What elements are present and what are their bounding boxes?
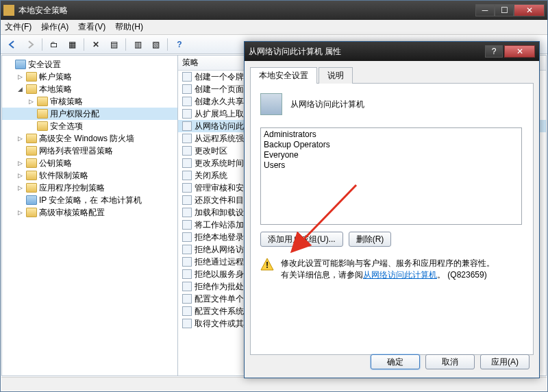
tree-toggle-icon[interactable]: ▷ [16, 135, 24, 142]
folder-icon [26, 84, 37, 94]
tree-toggle-icon[interactable]: ▷ [27, 98, 35, 105]
dialog-close-button[interactable]: ✕ [504, 45, 535, 58]
policy-item-icon [182, 245, 192, 254]
policy-item-icon [182, 72, 192, 82]
menu-file[interactable]: 文件(F) [5, 21, 32, 33]
policy-item-icon [182, 319, 192, 328]
list-item-label: 拒绝本地登录 [195, 232, 244, 243]
tree-item[interactable]: ▷审核策略 [2, 95, 177, 108]
maximize-button[interactable]: ☐ [495, 4, 514, 16]
window-title: 本地安全策略 [18, 5, 475, 16]
export-button[interactable]: ▧ [148, 37, 163, 52]
tree-item[interactable]: ▷公钥策略 [2, 157, 177, 169]
tree-toggle-icon[interactable]: ▷ [16, 73, 24, 80]
list-item-label: 还原文件和目 [195, 195, 244, 206]
tab-explain[interactable]: 说明 [319, 67, 353, 84]
app-icon [3, 5, 14, 16]
tab-local-security[interactable]: 本地安全设置 [250, 67, 317, 84]
user-list-item[interactable]: Administrators [264, 130, 519, 140]
tree-item[interactable]: ▷高级审核策略配置 [2, 206, 177, 219]
up-button[interactable]: 🗀 [47, 37, 62, 52]
warning-text: 修改此设置可能影响与客户端、服务和应用程序的兼容性。 有关详细信息，请参阅从网络… [281, 258, 523, 281]
policy-item-icon [182, 121, 192, 131]
list-item-label: 从扩展坞上取 [195, 108, 244, 120]
properties-button[interactable]: ▤ [106, 37, 121, 52]
folder-icon [26, 183, 37, 193]
list-item-label: 创建一个令牌 [195, 71, 244, 83]
tree-item[interactable]: 网络列表管理器策略 [2, 145, 177, 157]
delete-button[interactable]: ✕ [88, 37, 103, 52]
ok-button[interactable]: 确定 [371, 354, 420, 369]
folder-icon [26, 158, 37, 168]
user-list-item[interactable]: Backup Operators [264, 140, 519, 150]
tree-item-label: 审核策略 [50, 96, 83, 108]
list-item-label: 更改系统时间 [195, 158, 244, 169]
main-titlebar[interactable]: 本地安全策略 ─ ☐ ✕ [1, 1, 547, 20]
show-hide-tree-button[interactable]: ▦ [64, 37, 79, 52]
tree-item[interactable]: ▷应用程序控制策略 [2, 182, 177, 194]
dialog-title: 从网络访问此计算机 属性 [249, 46, 485, 58]
list-item-label: 管理审核和安 [195, 182, 244, 194]
tree-item[interactable]: IP 安全策略，在 本地计算机 [2, 194, 177, 206]
cancel-button[interactable]: 取消 [425, 354, 475, 369]
policy-item-icon [182, 183, 192, 193]
user-list[interactable]: AdministratorsBackup OperatorsEveryoneUs… [260, 127, 522, 225]
forward-button[interactable] [23, 37, 38, 52]
tree-item-label: 高级安全 Windows 防火墙 [39, 133, 134, 145]
help-button[interactable]: ? [172, 37, 187, 52]
refresh-button[interactable]: ▥ [130, 37, 145, 52]
policy-item-icon [182, 109, 192, 119]
folder-icon [26, 72, 37, 82]
user-list-item[interactable]: Everyone [264, 150, 519, 160]
tree-toggle-icon[interactable]: ◢ [16, 86, 24, 93]
tree-toggle-icon[interactable]: ▷ [16, 160, 24, 167]
tree-pane[interactable]: 安全设置 ▷帐户策略◢本地策略▷审核策略用户权限分配安全选项▷高级安全 Wind… [1, 55, 178, 376]
policy-item-icon [182, 294, 192, 304]
tree-item-label: 高级审核策略配置 [39, 207, 105, 219]
policy-item-icon [182, 134, 192, 143]
menu-view[interactable]: 查看(V) [78, 21, 105, 33]
policy-item-icon [182, 171, 192, 180]
tree-root[interactable]: 安全设置 [2, 58, 177, 71]
policy-name: 从网络访问此计算机 [290, 99, 364, 110]
tree-item[interactable]: ▷软件限制策略 [2, 169, 177, 182]
apply-button[interactable]: 应用(A) [480, 354, 530, 369]
tree-item-label: 软件限制策略 [39, 170, 88, 182]
menubar: 文件(F) 操作(A) 查看(V) 帮助(H) [1, 20, 547, 35]
folder-icon [26, 134, 37, 143]
list-item-label: 配置文件单个 [195, 293, 244, 305]
tree-item[interactable]: ◢本地策略 [2, 83, 177, 95]
warning-link[interactable]: 从网络访问此计算机 [363, 270, 437, 280]
user-list-item[interactable]: Users [264, 160, 519, 171]
menu-action[interactable]: 操作(A) [41, 21, 68, 33]
folder-icon [26, 208, 37, 217]
tree-item-label: 本地策略 [39, 84, 72, 95]
tree-item[interactable]: ▷帐户策略 [2, 71, 177, 83]
security-root-icon [15, 60, 26, 69]
menu-help[interactable]: 帮助(H) [115, 21, 143, 33]
close-button[interactable]: ✕ [514, 4, 545, 16]
dialog-titlebar[interactable]: 从网络访问此计算机 属性 ? ✕ [245, 42, 539, 61]
list-item-label: 加载和卸载设 [195, 207, 244, 219]
tree-item[interactable]: ▷高级安全 Windows 防火墙 [2, 132, 177, 145]
list-item-label: 拒绝以服务身 [195, 269, 244, 280]
tree-item[interactable]: 用户权限分配 [2, 108, 177, 120]
list-item-label: 从网络访问此 [195, 121, 244, 132]
list-item-label: 拒绝从网络访 [195, 244, 244, 256]
list-item-label: 关闭系统 [195, 170, 227, 182]
tree-toggle-icon[interactable]: ▷ [16, 184, 24, 191]
minimize-button[interactable]: ─ [475, 4, 495, 16]
tree-toggle-icon[interactable]: ▷ [16, 209, 24, 216]
folder-icon [26, 171, 37, 180]
back-button[interactable] [5, 37, 20, 52]
tree-item[interactable]: 安全选项 [2, 120, 177, 132]
tree-item-label: 公钥策略 [39, 158, 72, 169]
policy-item-icon [182, 97, 192, 106]
add-user-button[interactable]: 添加用户或组(U)... [260, 232, 343, 247]
remove-button[interactable]: 删除(R) [349, 232, 392, 247]
tree-toggle-icon[interactable]: ▷ [16, 172, 24, 179]
statusbar [1, 377, 547, 391]
dialog-help-button[interactable]: ? [485, 45, 503, 58]
policy-item-icon [182, 257, 192, 267]
folder-icon [26, 146, 37, 156]
